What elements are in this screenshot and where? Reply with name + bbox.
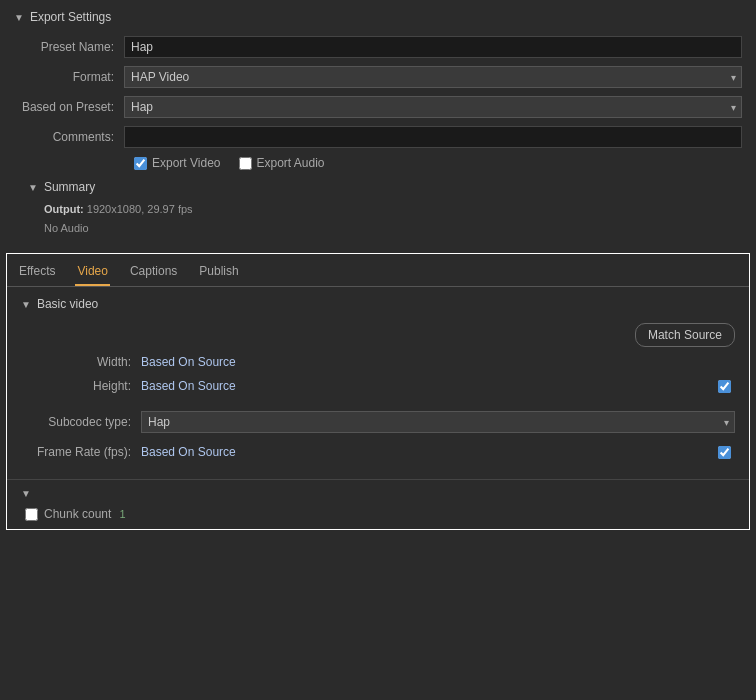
based-on-preset-label: Based on Preset:: [14, 100, 124, 114]
export-checkboxes-row: Export Video Export Audio: [134, 156, 742, 170]
width-value: Based On Source: [141, 355, 735, 369]
match-source-button[interactable]: Match Source: [635, 323, 735, 347]
subcodec-select[interactable]: Hap Hap Alpha Hap Q: [141, 411, 735, 433]
summary-title: Summary: [44, 180, 95, 194]
based-on-preset-select-wrap: Hap Hap Alpha Hap Q ▾: [124, 96, 742, 118]
width-row: Width: Based On Source: [21, 355, 735, 369]
based-on-preset-select[interactable]: Hap Hap Alpha Hap Q: [124, 96, 742, 118]
chunk-count-label: Chunk count: [44, 507, 111, 521]
basic-video-title: Basic video: [37, 297, 98, 311]
height-row: Height: Based On Source: [21, 375, 735, 397]
comments-input[interactable]: [124, 126, 742, 148]
summary-no-audio: No Audio: [44, 219, 742, 238]
summary-content: Output: 1920x1080, 29.97 fps No Audio: [28, 200, 742, 237]
summary-output-line: Output: 1920x1080, 29.97 fps: [44, 200, 742, 219]
preset-name-input[interactable]: [124, 36, 742, 58]
export-settings-panel: ▼ Export Settings Preset Name: Format: H…: [0, 0, 756, 253]
export-audio-checkbox-label[interactable]: Export Audio: [239, 156, 325, 170]
summary-section: ▼ Summary Output: 1920x1080, 29.97 fps N…: [14, 180, 742, 237]
height-checkbox-wrap: [713, 375, 735, 397]
width-label: Width:: [21, 355, 141, 369]
frame-rate-checkbox-wrap: [713, 441, 735, 463]
subcodec-row: Subcodec type: Hap Hap Alpha Hap Q ▾: [21, 411, 735, 433]
export-audio-checkbox[interactable]: [239, 157, 252, 170]
spacer: [21, 403, 735, 411]
tab-captions[interactable]: Captions: [128, 260, 179, 286]
export-video-label: Export Video: [152, 156, 221, 170]
frame-rate-label: Frame Rate (fps):: [21, 445, 141, 459]
tab-effects[interactable]: Effects: [17, 260, 57, 286]
summary-header: ▼ Summary: [28, 180, 742, 194]
video-content: ▼ Basic video Match Source Width: Based …: [7, 287, 749, 479]
format-select-wrap: HAP Video H.264 ProRes DNxHR ▾: [124, 66, 742, 88]
export-settings-collapse-arrow[interactable]: ▼: [14, 12, 24, 23]
comments-label: Comments:: [14, 130, 124, 144]
summary-output-value: 1920x1080, 29.97 fps: [87, 203, 193, 215]
comments-row: Comments:: [14, 126, 742, 148]
export-settings-title: Export Settings: [30, 10, 111, 24]
subcodec-select-wrap: Hap Hap Alpha Hap Q ▾: [141, 411, 735, 433]
collapse-toggle[interactable]: ▼: [21, 488, 735, 499]
tab-video[interactable]: Video: [75, 260, 109, 286]
chunk-count-checkbox[interactable]: [25, 508, 38, 521]
height-checkbox[interactable]: [718, 380, 731, 393]
frame-rate-value: Based On Source: [141, 445, 713, 459]
basic-video-collapse-arrow[interactable]: ▼: [21, 299, 31, 310]
tabs-bar: Effects Video Captions Publish: [7, 254, 749, 287]
summary-output-label: Output:: [44, 203, 84, 215]
collapse-section-arrow[interactable]: ▼: [21, 488, 31, 499]
frame-rate-checkbox[interactable]: [718, 446, 731, 459]
export-video-checkbox-label[interactable]: Export Video: [134, 156, 221, 170]
chunk-count-number: 1: [119, 508, 125, 520]
export-settings-header: ▼ Export Settings: [14, 10, 742, 24]
format-label: Format:: [14, 70, 124, 84]
match-source-area: Match Source: [21, 323, 735, 347]
tab-publish[interactable]: Publish: [197, 260, 240, 286]
basic-video-header: ▼ Basic video: [21, 297, 735, 311]
export-video-checkbox[interactable]: [134, 157, 147, 170]
preset-name-label: Preset Name:: [14, 40, 124, 54]
format-select[interactable]: HAP Video H.264 ProRes DNxHR: [124, 66, 742, 88]
export-audio-label: Export Audio: [257, 156, 325, 170]
collapse-section: ▼ Chunk count 1: [7, 479, 749, 529]
chunk-count-row: Chunk count 1: [25, 507, 735, 521]
subcodec-label: Subcodec type:: [21, 415, 141, 429]
height-value: Based On Source: [141, 379, 713, 393]
bottom-panel: Effects Video Captions Publish ▼ Basic v…: [6, 253, 750, 530]
preset-name-row: Preset Name:: [14, 36, 742, 58]
based-on-preset-row: Based on Preset: Hap Hap Alpha Hap Q ▾: [14, 96, 742, 118]
frame-rate-row: Frame Rate (fps): Based On Source: [21, 441, 735, 463]
height-label: Height:: [21, 379, 141, 393]
format-row: Format: HAP Video H.264 ProRes DNxHR ▾: [14, 66, 742, 88]
summary-collapse-arrow[interactable]: ▼: [28, 182, 38, 193]
